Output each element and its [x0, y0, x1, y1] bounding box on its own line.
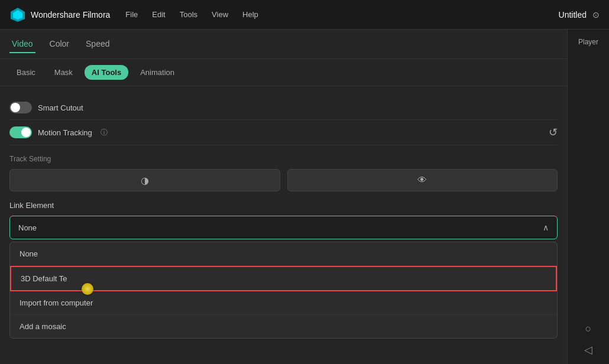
- track-setting-label: Track Setting: [9, 155, 558, 163]
- left-panel: Video Color Speed Basic Mask AI Tools An…: [0, 30, 568, 364]
- dropdown-item-import[interactable]: Import from computer: [10, 291, 557, 315]
- smart-cutout-toggle[interactable]: [9, 102, 32, 113]
- dropdown-item-none[interactable]: None: [10, 242, 557, 266]
- tab-video[interactable]: Video: [9, 35, 35, 53]
- top-bar: Wondershare Filmora File Edit Tools View…: [0, 0, 609, 30]
- motion-tracking-reset-icon[interactable]: ↺: [549, 126, 558, 139]
- dropdown-chevron-icon: ∧: [543, 223, 549, 232]
- motion-tracking-toggle[interactable]: [9, 126, 32, 138]
- link-element-label: Link Element: [9, 201, 558, 210]
- tab-speed[interactable]: Speed: [83, 35, 112, 53]
- player-label: Player: [578, 38, 598, 46]
- dropdown-item-mosaic[interactable]: Add a mosaic: [10, 315, 557, 338]
- top-menu: File Edit Tools View Help: [124, 8, 558, 21]
- circle-half-icon: ◑: [141, 175, 149, 186]
- smart-cutout-label: Smart Cutout: [38, 103, 83, 112]
- sub-tab-animation[interactable]: Animation: [133, 65, 182, 80]
- menu-view[interactable]: View: [210, 8, 229, 21]
- track-btn-right[interactable]: 👁: [287, 169, 558, 191]
- motion-tracking-info-icon[interactable]: ⓘ: [101, 128, 108, 138]
- link-element-dropdown[interactable]: None ∧: [9, 216, 558, 239]
- menu-file[interactable]: File: [124, 8, 139, 21]
- dropdown-item-3d-default[interactable]: 3D Default Te: [10, 266, 557, 291]
- link-element-dropdown-container: None ∧ None 3D Default Te Import from co…: [9, 216, 558, 239]
- project-name: Untitled: [559, 10, 587, 20]
- top-right: Untitled ⊙: [559, 10, 600, 20]
- right-sidebar: Player ○ ◁: [568, 30, 609, 364]
- project-dropdown-icon[interactable]: ⊙: [592, 10, 600, 20]
- eye-icon: 👁: [417, 175, 427, 186]
- dropdown-menu: None 3D Default Te Import from computer …: [9, 242, 558, 339]
- sub-tab-mask[interactable]: Mask: [47, 65, 80, 80]
- toggle-thumb-motion-tracking: [21, 128, 31, 137]
- panel-content: Smart Cutout Motion Tracking ⓘ ↺ Track S…: [0, 86, 567, 364]
- toggle-thumb-smart-cutout: [11, 103, 20, 112]
- sub-tab-ai-tools[interactable]: AI Tools: [85, 65, 128, 80]
- track-btn-left[interactable]: ◑: [9, 169, 280, 191]
- main-tabs: Video Color Speed: [0, 30, 567, 59]
- app-name: Wondershare Filmora: [31, 10, 110, 20]
- sub-tab-basic[interactable]: Basic: [9, 65, 43, 80]
- logo-icon: [9, 6, 26, 23]
- track-controls: ◑ 👁: [9, 169, 558, 191]
- menu-tools[interactable]: Tools: [179, 8, 199, 21]
- main-area: Video Color Speed Basic Mask AI Tools An…: [0, 30, 609, 364]
- motion-tracking-row: Motion Tracking ⓘ ↺: [9, 120, 558, 145]
- sub-tabs: Basic Mask AI Tools Animation: [0, 59, 567, 86]
- dropdown-selected-value: None: [18, 223, 37, 232]
- tab-color[interactable]: Color: [47, 35, 72, 53]
- smart-cutout-row: Smart Cutout: [9, 96, 558, 120]
- menu-help[interactable]: Help: [241, 8, 260, 21]
- app-logo: Wondershare Filmora: [9, 6, 110, 23]
- motion-tracking-label: Motion Tracking: [38, 128, 92, 137]
- play-back-icon[interactable]: ◁: [580, 342, 597, 358]
- circle-icon: ○: [580, 320, 597, 337]
- menu-edit[interactable]: Edit: [151, 8, 166, 21]
